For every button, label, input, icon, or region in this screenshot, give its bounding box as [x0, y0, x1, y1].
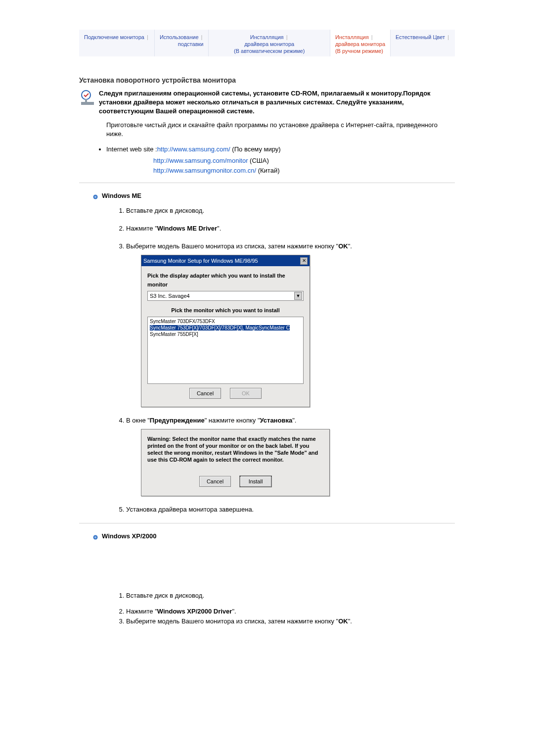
dialog-title: Samsung Monitor Setup for Windows ME/98/… — [143, 256, 258, 265]
step-4: В окне "Предупреждение" нажмите кнопку "… — [126, 416, 455, 496]
top-nav: Подключение монитора | Использование | п… — [79, 30, 455, 56]
close-icon[interactable]: ✕ — [300, 257, 308, 265]
links-label: Internet web site : — [106, 145, 157, 153]
step-1: Вставьте диск в дисковод. — [126, 591, 455, 600]
cancel-button[interactable]: Cancel — [189, 388, 221, 399]
link-samsung-world[interactable]: http://www.samsung.com/ — [157, 145, 230, 153]
step-1: Вставьте диск в дисковод. — [126, 206, 455, 215]
note-block: Следуя приглашениям операционной системы… — [79, 89, 455, 116]
svg-rect-2 — [85, 99, 87, 103]
steps-windows-me: Вставьте диск в дисковод. Нажмите "Windo… — [126, 206, 455, 514]
monitor-listbox[interactable]: SyncMaster 703DFX/753DFX SyncMaster 753D… — [147, 317, 304, 384]
tab-natural-color[interactable]: Естественный Цвет | — [391, 30, 455, 56]
driver-name: Windows XP/2000 Driver — [157, 608, 232, 615]
divider: | — [284, 34, 289, 40]
step-5: Установка драйвера монитора завершена. — [126, 505, 455, 514]
adapter-value: S3 Inc. Savage4 — [150, 291, 190, 300]
adapter-label: Pick the display adapter which you want … — [147, 271, 304, 289]
tab-label: Подключение монитора — [84, 34, 144, 40]
page-title: Установка поворотного устройства монитор… — [79, 76, 455, 84]
links-list: Internet web site :http://www.samsung.co… — [79, 145, 455, 153]
warning-text: Warning: Select the monitor name that ex… — [147, 435, 323, 463]
step-text: В окне " — [126, 417, 150, 424]
ok-label: OK — [338, 617, 348, 625]
tab-label-line1: Использование — [160, 34, 199, 40]
prep-text: Приготовьте чистый диск и скачайте файл … — [106, 121, 455, 139]
steps-windows-xp: Вставьте диск в дисковод. Нажмите "Windo… — [126, 591, 455, 626]
adapter-select[interactable]: S3 Inc. Savage4 ▼ — [147, 291, 304, 301]
warn-word: Предупреждение — [150, 417, 205, 424]
step-text: ". — [292, 417, 296, 424]
tab-stand-usage[interactable]: Использование | подставки — [155, 30, 209, 56]
step-3: Выберите модель Вашего монитора из списк… — [126, 242, 455, 407]
step-text: ". — [232, 608, 236, 615]
tab-label-line2: драйвера монитора — [335, 41, 385, 47]
install-word: Установка — [260, 417, 293, 424]
step-text: ". — [348, 617, 352, 625]
divider: | — [446, 34, 450, 40]
ok-label: OK — [338, 242, 348, 250]
svg-point-6 — [94, 536, 96, 538]
link-samsung-china[interactable]: http://www.samsungmonitor.com.cn/ — [153, 167, 256, 174]
divider: | — [146, 34, 149, 40]
links-extra: http://www.samsung.com/monitor (США) htt… — [153, 156, 455, 176]
tab-label-line2: подставки — [178, 41, 204, 47]
step-text: Установка драйвера монитора завершена. — [126, 506, 254, 513]
step-2: Нажмите "Windows XP/2000 Driver". — [126, 607, 455, 616]
tab-install-manual[interactable]: Инсталляция | драйвера монитора (В ручно… — [330, 30, 391, 56]
heading-windows-xp: Windows XP/2000 — [93, 532, 455, 540]
install-icon — [79, 89, 99, 107]
tab-connect-monitor[interactable]: Подключение монитора | — [79, 30, 155, 56]
svg-rect-1 — [81, 102, 94, 105]
step-text: Выберите модель Вашего монитора из списк… — [126, 242, 338, 250]
monitor-list-label: Pick the monitor which you want to insta… — [147, 306, 304, 315]
link-suffix: (Китай) — [256, 167, 279, 174]
list-item[interactable]: SyncMaster 703DFX/753DFX — [150, 318, 301, 325]
note-text: Следуя приглашениям операционной системы… — [99, 89, 455, 116]
divider: | — [369, 34, 374, 40]
bullet-icon — [93, 193, 98, 198]
chevron-down-icon[interactable]: ▼ — [294, 292, 302, 300]
step-text: Нажмите " — [126, 608, 157, 615]
step-text: Нажмите " — [126, 225, 157, 232]
heading-label: Windows ME — [102, 192, 141, 199]
page-root: Подключение монитора | Использование | п… — [79, 30, 455, 626]
tab-label-line3: (В автоматическом режиме) — [234, 47, 305, 54]
divider-line — [79, 183, 455, 183]
step-2: Нажмите "Windows ME Driver". — [126, 224, 455, 233]
driver-name: Windows ME Driver — [157, 225, 217, 232]
step-text: " нажмите кнопку " — [205, 417, 260, 424]
dialog-titlebar: Samsung Monitor Setup for Windows ME/98/… — [141, 255, 310, 266]
tab-label-line3: (В ручном режиме) — [335, 47, 383, 54]
step-text: Вставьте диск в дисковод. — [126, 207, 204, 214]
link-suffix: (По всему миру) — [230, 145, 281, 153]
list-item: SyncMaster 753DF[X]/703DF[X]/783DF[X], M… — [150, 325, 301, 331]
links-row: Internet web site :http://www.samsung.co… — [106, 145, 455, 153]
link-suffix: (США) — [248, 157, 268, 164]
svg-point-4 — [94, 196, 96, 198]
tab-label-line2: драйвера монитора — [244, 41, 294, 47]
step-text: Выберите модель Вашего монитора из списк… — [126, 617, 338, 625]
cancel-button[interactable]: Cancel — [199, 476, 231, 487]
ok-button[interactable]: OK — [230, 388, 262, 399]
tab-install-auto[interactable]: Инсталляция | драйвера монитора (В автом… — [209, 30, 330, 56]
tab-label-line1: Инсталляция — [250, 34, 284, 40]
step-3: Выберите модель Вашего монитора из списк… — [126, 617, 455, 626]
tab-label-line1: Инсталляция — [335, 34, 369, 40]
divider-line — [79, 523, 455, 523]
heading-label: Windows XP/2000 — [102, 532, 156, 540]
heading-windows-me: Windows ME — [93, 192, 455, 199]
link-samsung-usa[interactable]: http://www.samsung.com/monitor — [153, 157, 248, 164]
tab-label: Естественный Цвет — [396, 34, 445, 40]
divider: | — [199, 34, 204, 40]
dialog-warning: Warning: Select the monitor name that ex… — [141, 429, 330, 496]
svg-point-0 — [82, 91, 90, 99]
step-text: Вставьте диск в дисковод. — [126, 592, 204, 599]
step-text: ". — [348, 242, 352, 250]
dialog-monitor-setup: Samsung Monitor Setup for Windows ME/98/… — [141, 255, 310, 407]
install-button[interactable]: Install — [240, 476, 271, 487]
list-item[interactable]: SyncMaster 755DF[X] — [150, 331, 301, 337]
bullet-icon — [93, 534, 98, 539]
step-text: ". — [217, 225, 221, 232]
